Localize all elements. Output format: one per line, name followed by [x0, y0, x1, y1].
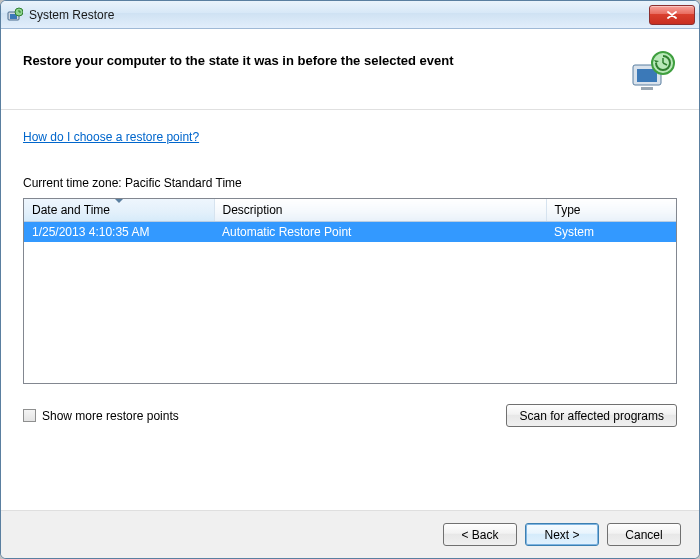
page-heading: Restore your computer to the state it wa…	[23, 53, 619, 68]
restore-graphic-icon	[629, 47, 677, 95]
restore-points-table[interactable]: Date and Time Description Type 1/25/2013…	[23, 198, 677, 384]
column-header-datetime[interactable]: Date and Time	[24, 199, 214, 222]
table-row[interactable]: 1/25/2013 4:10:35 AMAutomatic Restore Po…	[24, 222, 676, 243]
svg-rect-4	[637, 69, 657, 82]
cell-datetime: 1/25/2013 4:10:35 AM	[24, 222, 214, 243]
svg-rect-5	[641, 87, 653, 90]
titlebar: System Restore	[1, 1, 699, 29]
cell-description: Automatic Restore Point	[214, 222, 546, 243]
checkbox-label: Show more restore points	[42, 409, 179, 423]
column-header-label: Date and Time	[32, 203, 110, 217]
back-button[interactable]: < Back	[443, 523, 517, 546]
scan-affected-button[interactable]: Scan for affected programs	[506, 404, 677, 427]
column-header-description[interactable]: Description	[214, 199, 546, 222]
cell-type: System	[546, 222, 676, 243]
system-restore-window: System Restore Restore your computer to …	[0, 0, 700, 559]
column-header-type[interactable]: Type	[546, 199, 676, 222]
below-table-controls: Show more restore points Scan for affect…	[23, 404, 677, 427]
sort-desc-icon	[115, 199, 123, 203]
close-icon	[667, 11, 677, 19]
timezone-label: Current time zone: Pacific Standard Time	[23, 176, 677, 190]
system-restore-icon	[7, 7, 23, 23]
close-button[interactable]	[649, 5, 695, 25]
next-button[interactable]: Next >	[525, 523, 599, 546]
cancel-button[interactable]: Cancel	[607, 523, 681, 546]
column-header-label: Type	[555, 203, 581, 217]
wizard-header: Restore your computer to the state it wa…	[1, 29, 699, 110]
wizard-body: How do I choose a restore point? Current…	[1, 110, 699, 510]
window-title: System Restore	[29, 8, 114, 22]
checkbox-box-icon	[23, 409, 36, 422]
help-link[interactable]: How do I choose a restore point?	[23, 130, 677, 144]
wizard-footer: < Back Next > Cancel	[1, 510, 699, 558]
column-header-label: Description	[223, 203, 283, 217]
show-more-checkbox[interactable]: Show more restore points	[23, 409, 179, 423]
